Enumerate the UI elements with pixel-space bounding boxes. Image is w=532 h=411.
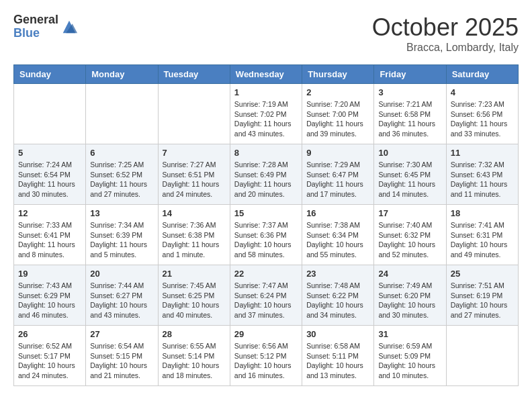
calendar-cell: 26Sunrise: 6:52 AM Sunset: 5:17 PM Dayli… — [14, 326, 86, 386]
day-info: Sunrise: 7:36 AM Sunset: 6:38 PM Dayligh… — [163, 220, 226, 260]
calendar-cell — [446, 326, 518, 386]
day-number: 12 — [18, 208, 81, 218]
logo-blue-text: Blue — [13, 27, 58, 40]
logo-icon — [60, 17, 79, 36]
day-number: 28 — [163, 329, 226, 339]
calendar-cell — [158, 84, 230, 144]
week-row-2: 5Sunrise: 7:24 AM Sunset: 6:54 PM Daylig… — [14, 144, 519, 205]
calendar-cell: 24Sunrise: 7:49 AM Sunset: 6:20 PM Dayli… — [374, 265, 446, 326]
day-info: Sunrise: 6:58 AM Sunset: 5:11 PM Dayligh… — [306, 341, 369, 381]
day-number: 9 — [306, 148, 369, 158]
calendar-cell — [86, 84, 158, 144]
day-number: 2 — [306, 87, 369, 97]
day-info: Sunrise: 7:40 AM Sunset: 6:32 PM Dayligh… — [378, 220, 441, 260]
calendar-cell: 6Sunrise: 7:25 AM Sunset: 6:52 PM Daylig… — [86, 144, 158, 205]
day-info: Sunrise: 6:59 AM Sunset: 5:09 PM Dayligh… — [378, 341, 441, 381]
calendar-cell: 13Sunrise: 7:34 AM Sunset: 6:39 PM Dayli… — [86, 205, 158, 265]
day-number: 22 — [234, 269, 298, 279]
page-header: General Blue October 2025 Bracca, Lombar… — [13, 13, 519, 54]
calendar-cell: 9Sunrise: 7:29 AM Sunset: 6:47 PM Daylig… — [302, 144, 374, 205]
day-info: Sunrise: 7:41 AM Sunset: 6:31 PM Dayligh… — [451, 220, 514, 260]
location-subtitle: Bracca, Lombardy, Italy — [372, 42, 519, 54]
day-number: 6 — [90, 148, 153, 158]
calendar-cell: 7Sunrise: 7:27 AM Sunset: 6:51 PM Daylig… — [158, 144, 230, 205]
day-info: Sunrise: 6:52 AM Sunset: 5:17 PM Dayligh… — [18, 341, 81, 381]
day-info: Sunrise: 7:30 AM Sunset: 6:45 PM Dayligh… — [378, 160, 441, 199]
day-number: 14 — [163, 208, 226, 218]
week-row-3: 12Sunrise: 7:33 AM Sunset: 6:41 PM Dayli… — [14, 205, 519, 265]
day-number: 8 — [234, 148, 298, 158]
day-info: Sunrise: 7:28 AM Sunset: 6:49 PM Dayligh… — [234, 160, 298, 199]
day-number: 3 — [378, 87, 441, 97]
day-number: 10 — [378, 148, 441, 158]
day-info: Sunrise: 7:27 AM Sunset: 6:51 PM Dayligh… — [163, 160, 226, 199]
day-number: 21 — [163, 269, 226, 279]
day-info: Sunrise: 7:23 AM Sunset: 6:56 PM Dayligh… — [451, 99, 514, 139]
day-info: Sunrise: 7:34 AM Sunset: 6:39 PM Dayligh… — [90, 220, 153, 260]
calendar-body: 1Sunrise: 7:19 AM Sunset: 7:02 PM Daylig… — [14, 84, 519, 386]
calendar-cell: 12Sunrise: 7:33 AM Sunset: 6:41 PM Dayli… — [14, 205, 86, 265]
day-number: 7 — [163, 148, 226, 158]
day-number: 13 — [90, 208, 153, 218]
day-number: 16 — [306, 208, 369, 218]
calendar-cell: 20Sunrise: 7:44 AM Sunset: 6:27 PM Dayli… — [86, 265, 158, 326]
calendar-cell: 4Sunrise: 7:23 AM Sunset: 6:56 PM Daylig… — [446, 84, 518, 144]
logo-general-text: General — [13, 13, 58, 27]
calendar-cell — [14, 84, 86, 144]
day-number: 31 — [378, 329, 441, 339]
month-title: October 2025 — [372, 13, 519, 42]
day-number: 18 — [451, 208, 514, 218]
day-info: Sunrise: 7:49 AM Sunset: 6:20 PM Dayligh… — [378, 281, 441, 320]
calendar-cell: 19Sunrise: 7:43 AM Sunset: 6:29 PM Dayli… — [14, 265, 86, 326]
day-number: 4 — [451, 87, 514, 97]
day-number: 25 — [451, 269, 514, 279]
calendar-cell: 10Sunrise: 7:30 AM Sunset: 6:45 PM Dayli… — [374, 144, 446, 205]
day-number: 5 — [18, 148, 81, 158]
calendar-cell: 5Sunrise: 7:24 AM Sunset: 6:54 PM Daylig… — [14, 144, 86, 205]
day-info: Sunrise: 6:54 AM Sunset: 5:15 PM Dayligh… — [90, 341, 153, 381]
header-friday: Friday — [374, 65, 446, 84]
header-wednesday: Wednesday — [230, 65, 302, 84]
day-info: Sunrise: 7:37 AM Sunset: 6:36 PM Dayligh… — [234, 220, 298, 260]
calendar-cell: 11Sunrise: 7:32 AM Sunset: 6:43 PM Dayli… — [446, 144, 518, 205]
day-number: 29 — [234, 329, 298, 339]
calendar-cell: 21Sunrise: 7:45 AM Sunset: 6:25 PM Dayli… — [158, 265, 230, 326]
day-number: 27 — [90, 329, 153, 339]
day-info: Sunrise: 7:51 AM Sunset: 6:19 PM Dayligh… — [451, 281, 514, 320]
calendar-cell: 30Sunrise: 6:58 AM Sunset: 5:11 PM Dayli… — [302, 326, 374, 386]
week-row-1: 1Sunrise: 7:19 AM Sunset: 7:02 PM Daylig… — [14, 84, 519, 144]
calendar-header: SundayMondayTuesdayWednesdayThursdayFrid… — [14, 65, 519, 84]
day-number: 23 — [306, 269, 369, 279]
day-info: Sunrise: 7:19 AM Sunset: 7:02 PM Dayligh… — [234, 99, 298, 139]
calendar-cell: 23Sunrise: 7:48 AM Sunset: 6:22 PM Dayli… — [302, 265, 374, 326]
calendar-cell: 3Sunrise: 7:21 AM Sunset: 6:58 PM Daylig… — [374, 84, 446, 144]
day-number: 19 — [18, 269, 81, 279]
day-info: Sunrise: 7:44 AM Sunset: 6:27 PM Dayligh… — [90, 281, 153, 320]
day-number: 20 — [90, 269, 153, 279]
calendar-cell: 29Sunrise: 6:56 AM Sunset: 5:12 PM Dayli… — [230, 326, 302, 386]
header-tuesday: Tuesday — [158, 65, 230, 84]
day-number: 11 — [451, 148, 514, 158]
day-info: Sunrise: 7:29 AM Sunset: 6:47 PM Dayligh… — [306, 160, 369, 199]
calendar-cell: 16Sunrise: 7:38 AM Sunset: 6:34 PM Dayli… — [302, 205, 374, 265]
day-number: 17 — [378, 208, 441, 218]
calendar-cell: 27Sunrise: 6:54 AM Sunset: 5:15 PM Dayli… — [86, 326, 158, 386]
day-info: Sunrise: 7:24 AM Sunset: 6:54 PM Dayligh… — [18, 160, 81, 199]
calendar-cell: 14Sunrise: 7:36 AM Sunset: 6:38 PM Dayli… — [158, 205, 230, 265]
day-info: Sunrise: 7:20 AM Sunset: 7:00 PM Dayligh… — [306, 99, 369, 139]
calendar-cell: 17Sunrise: 7:40 AM Sunset: 6:32 PM Dayli… — [374, 205, 446, 265]
day-number: 24 — [378, 269, 441, 279]
week-row-4: 19Sunrise: 7:43 AM Sunset: 6:29 PM Dayli… — [14, 265, 519, 326]
day-info: Sunrise: 7:38 AM Sunset: 6:34 PM Dayligh… — [306, 220, 369, 260]
calendar-cell: 22Sunrise: 7:47 AM Sunset: 6:24 PM Dayli… — [230, 265, 302, 326]
title-block: October 2025 Bracca, Lombardy, Italy — [372, 13, 519, 54]
header-sunday: Sunday — [14, 65, 86, 84]
calendar-table: SundayMondayTuesdayWednesdayThursdayFrid… — [13, 64, 519, 386]
header-thursday: Thursday — [302, 65, 374, 84]
header-row: SundayMondayTuesdayWednesdayThursdayFrid… — [14, 65, 519, 84]
day-info: Sunrise: 7:21 AM Sunset: 6:58 PM Dayligh… — [378, 99, 441, 139]
week-row-5: 26Sunrise: 6:52 AM Sunset: 5:17 PM Dayli… — [14, 326, 519, 386]
day-number: 1 — [234, 87, 298, 97]
day-number: 30 — [306, 329, 369, 339]
calendar-cell: 18Sunrise: 7:41 AM Sunset: 6:31 PM Dayli… — [446, 205, 518, 265]
